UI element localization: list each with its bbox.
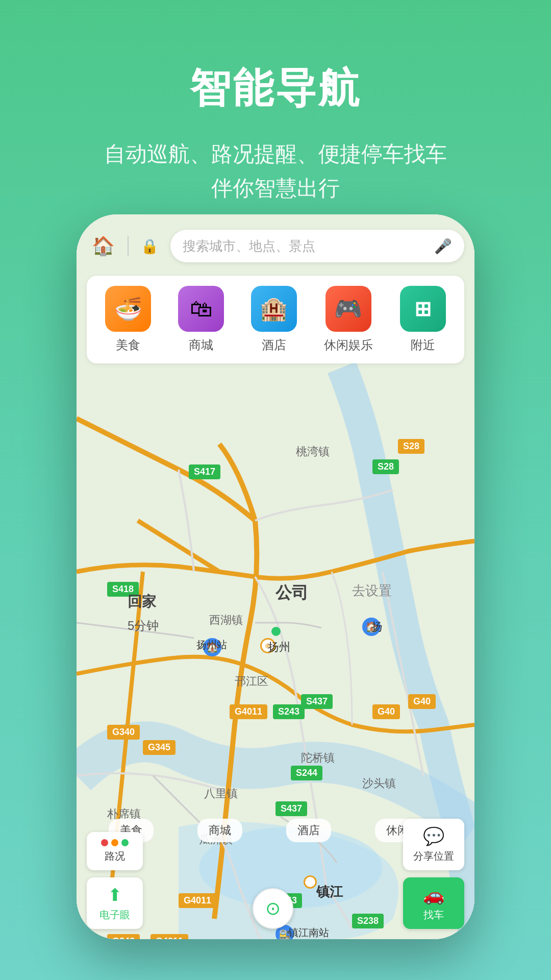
road-badge-g340: G340: [107, 725, 140, 740]
road-badge-g40-2: G40: [408, 694, 436, 709]
leisure-icon-circle: 🎮: [325, 286, 371, 332]
green-dot: [271, 627, 281, 636]
phone-screen: S417 S418 G4011 S243 S437 G40 S28 S28 G3…: [77, 214, 474, 939]
search-placeholder: 搜索城市、地点、景点: [183, 237, 434, 255]
bottom-controls: 路况 ⬆ 电子眼 ⊙ 💬 分享位置 🚗 找车: [77, 819, 474, 929]
electronic-eye-button[interactable]: ⬆ 电子眼: [87, 877, 143, 929]
road-condition-button[interactable]: 路况: [87, 832, 143, 870]
nearby-icon: ⊞: [414, 297, 432, 321]
wechat-icon: 💬: [423, 826, 444, 846]
road-badge-g40: G40: [372, 704, 400, 719]
place-taowanzheng: 桃湾镇: [296, 444, 330, 459]
car-icon: 🚗: [423, 885, 444, 905]
place-tuoqiaozheng: 陀桥镇: [301, 750, 335, 766]
place-shatouzheng: 沙头镇: [362, 776, 396, 791]
place-hanjiangqu: 邗江区: [235, 674, 268, 689]
nearby-label: 附近: [411, 337, 435, 353]
lock-icon: 🔒: [141, 238, 159, 255]
road-badge-s417: S417: [189, 464, 220, 479]
bottom-left-stack: 路况 ⬆ 电子眼: [87, 832, 143, 929]
road-badge-g345: G345: [143, 740, 176, 755]
location-button[interactable]: ⊙: [253, 888, 293, 929]
place-qushezhi: 去设置: [352, 582, 392, 600]
road-badge-s243-1: S243: [273, 704, 305, 719]
yangzhou-label2: 扬: [371, 619, 383, 634]
sub-title: 自动巡航、路况提醒、便捷停车找车 伴你智慧出行: [0, 137, 551, 205]
location-icon: ⊙: [265, 898, 281, 919]
road-condition-label: 路况: [105, 849, 125, 863]
nearby-icon-circle: ⊞: [400, 286, 446, 332]
hotel-icon-circle: 🏨: [251, 286, 297, 332]
road-badge-s244: S244: [291, 766, 322, 780]
find-car-label: 找车: [423, 908, 444, 922]
food-icon: 🍜: [114, 296, 142, 322]
road-badge-g346: G346: [107, 934, 140, 939]
find-car-button[interactable]: 🚗 找车: [403, 877, 464, 929]
shop-label: 商城: [189, 337, 213, 353]
place-huijia: 回家: [128, 592, 156, 611]
dot-green: [121, 839, 129, 846]
road-badge-g4011-3: G4011: [151, 934, 188, 939]
road-badge-g4011-1: G4011: [230, 704, 267, 719]
road-badge-s437-2: S437: [276, 801, 307, 816]
place-5min: 5分钟: [128, 618, 159, 634]
place-gongsi: 公司: [276, 582, 308, 604]
dot-orange: [111, 839, 118, 846]
header-area: 智能导航 自动巡航、路况提醒、便捷停车找车 伴你智慧出行: [0, 0, 551, 236]
food-label: 美食: [116, 337, 140, 353]
leisure-label: 休闲娱乐: [324, 337, 373, 353]
eye-label: 电子眼: [99, 908, 130, 922]
hotel-label: 酒店: [262, 337, 286, 353]
lock-button[interactable]: 🔒: [137, 233, 162, 259]
traffic-dots: [101, 839, 129, 846]
eye-icon: ⬆: [108, 885, 122, 905]
road-badge-s28: S28: [372, 459, 399, 474]
search-bar-container: 🏠 🔒 搜索城市、地点、景点 🎤: [87, 230, 464, 262]
shop-icon: 🛍: [190, 296, 212, 322]
search-input-box[interactable]: 搜索城市、地点、景点 🎤: [170, 230, 464, 262]
category-food[interactable]: 🍜 美食: [105, 286, 151, 353]
share-location-button[interactable]: 💬 分享位置: [403, 819, 464, 870]
home-button[interactable]: 🏠: [87, 230, 119, 262]
place-xihuzheng: 西湖镇: [209, 612, 243, 628]
category-shop[interactable]: 🛍 商城: [178, 286, 224, 353]
leisure-icon: 🎮: [334, 296, 362, 322]
yangzhou-label: 扬州: [268, 640, 290, 655]
road-badge-s28-2: S28: [398, 439, 424, 454]
dot-red: [101, 839, 108, 846]
food-icon-circle: 🍜: [105, 286, 151, 332]
quick-categories: 🍜 美食 🛍 商城 🏨 酒店 🎮 休闲娱乐: [87, 276, 464, 363]
mic-icon[interactable]: 🎤: [434, 238, 452, 255]
category-leisure[interactable]: 🎮 休闲娱乐: [324, 286, 373, 353]
road-badge-s437-1: S437: [301, 694, 333, 709]
category-hotel[interactable]: 🏨 酒店: [251, 286, 297, 353]
phone-mockup: S417 S418 G4011 S243 S437 G40 S28 S28 G3…: [77, 214, 474, 939]
bottom-right-stack: 💬 分享位置 🚗 找车: [403, 819, 464, 929]
yangzhou-station-label: 扬州站: [196, 638, 227, 652]
home-icon: 🏠: [92, 235, 115, 257]
share-label: 分享位置: [413, 849, 454, 863]
hotel-icon: 🏨: [260, 296, 288, 322]
shop-icon-circle: 🛍: [178, 286, 224, 332]
category-nearby[interactable]: ⊞ 附近: [400, 286, 446, 353]
place-balizhen: 八里镇: [204, 786, 238, 801]
main-title: 智能导航: [0, 61, 551, 116]
search-bar-divider: [128, 236, 129, 256]
